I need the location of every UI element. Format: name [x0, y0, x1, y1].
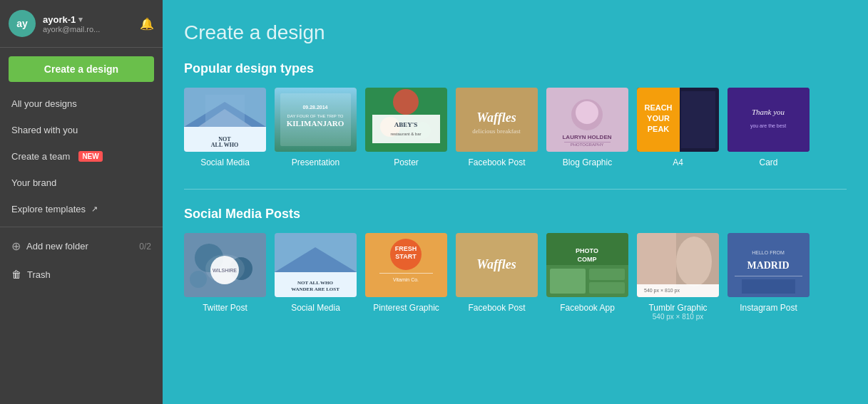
svg-text:PEAK: PEAK	[648, 125, 670, 133]
design-thumb-tumblr-graphic: 540 px × 810 px	[637, 233, 719, 297]
design-label-twitter-post: Twitter Post	[203, 303, 247, 313]
user-info: ayork-1 ▾ ayork@mail.ro...	[43, 14, 133, 33]
svg-text:you are the best: you are the best	[750, 123, 786, 129]
design-thumb-presentation: 09.28.2014 DAY FOUR OF THE TRIP TO KILIM…	[275, 88, 357, 152]
svg-text:YOUR: YOUR	[647, 114, 670, 123]
svg-rect-17	[372, 115, 440, 143]
folder-count: 0/2	[139, 242, 151, 252]
svg-rect-29	[564, 142, 611, 143]
svg-text:MADRID: MADRID	[747, 260, 789, 271]
design-label-social-media: Social Media	[200, 157, 250, 167]
design-thumb-social-media: NOT ALL WHO	[184, 88, 266, 152]
svg-text:LAURYN HOLDEN: LAURYN HOLDEN	[562, 134, 611, 140]
svg-text:540 px × 810 px: 540 px × 810 px	[644, 288, 680, 294]
svg-text:REACH: REACH	[644, 103, 672, 112]
design-item-twitter-post[interactable]: WILSHIRE Twitter Post	[184, 233, 266, 321]
design-thumb-social-media-2: NOT ALL WHO WANDER ARE LOST	[275, 233, 357, 297]
add-new-folder-button[interactable]: ⊕ Add new folder 0/2	[0, 232, 163, 261]
design-thumb-blog-graphic: LAURYN HOLDEN PHOTOGRAPHY	[546, 88, 628, 152]
notification-bell-icon[interactable]: 🔔	[140, 17, 154, 31]
sidebar-header: ay ayork-1 ▾ ayork@mail.ro... 🔔	[0, 0, 163, 48]
dropdown-arrow-icon: ▾	[78, 15, 83, 24]
trash-icon: 🗑	[11, 269, 21, 280]
sidebar-item-all-designs[interactable]: All your designs	[0, 90, 163, 117]
social-media-design-grid: WILSHIRE Twitter Post NOT ALL WHO WANDER…	[184, 233, 847, 321]
svg-text:WILSHIRE: WILSHIRE	[213, 268, 237, 273]
design-thumb-a4: REACH YOUR PEAK	[637, 88, 719, 152]
svg-text:Waffles: Waffles	[476, 110, 516, 125]
design-label-tumblr-graphic: Tumblr Graphic	[648, 303, 707, 313]
design-item-poster[interactable]: ABEY'S restaurant & bar Poster	[365, 88, 447, 167]
create-design-button[interactable]: Create a design	[9, 56, 154, 82]
svg-point-69	[676, 237, 712, 286]
svg-rect-66	[589, 282, 625, 294]
plus-icon: ⊕	[11, 239, 21, 253]
svg-text:PHOTOGRAPHY: PHOTOGRAPHY	[571, 143, 604, 147]
svg-text:Vitamin Co.: Vitamin Co.	[393, 277, 419, 282]
design-item-social-media-2[interactable]: NOT ALL WHO WANDER ARE LOST Social Media	[275, 233, 357, 321]
svg-rect-57	[379, 273, 433, 274]
design-item-instagram-post[interactable]: HELLO FROM MADRID Instagram Post	[727, 233, 810, 321]
svg-rect-76	[735, 276, 802, 276]
svg-rect-77	[742, 279, 795, 294]
svg-text:Waffles: Waffles	[476, 257, 516, 271]
design-label-presentation: Presentation	[292, 157, 339, 167]
design-item-facebook-post[interactable]: Waffles delicious breakfast Facebook Pos…	[456, 88, 538, 167]
design-thumb-poster: ABEY'S restaurant & bar	[365, 88, 447, 152]
design-thumb-facebook-post: Waffles delicious breakfast	[456, 88, 538, 152]
design-item-tumblr-graphic[interactable]: 540 px × 810 px Tumblr Graphic 540 px × …	[637, 233, 719, 321]
design-label-facebook-post-2: Facebook Post	[468, 303, 525, 313]
design-item-facebook-post-2[interactable]: Waffles Facebook Post	[456, 233, 538, 321]
design-label-facebook-post: Facebook Post	[468, 157, 525, 167]
svg-text:START: START	[395, 253, 417, 260]
svg-text:Thank you: Thank you	[752, 108, 785, 116]
design-item-social-media[interactable]: NOT ALL WHO Social Media	[184, 88, 266, 167]
design-label-social-media-2: Social Media	[291, 303, 340, 313]
svg-text:09.28.2014: 09.28.2014	[302, 105, 327, 110]
sidebar-item-trash[interactable]: 🗑 Trash	[0, 261, 163, 288]
nav-divider	[0, 227, 163, 227]
your-brand-label: Your brand	[11, 177, 56, 188]
design-thumb-facebook-post-2: Waffles	[456, 233, 538, 297]
svg-text:COMP: COMP	[578, 256, 597, 263]
design-item-blog-graphic[interactable]: LAURYN HOLDEN PHOTOGRAPHY Blog Graphic	[546, 88, 628, 167]
design-item-presentation[interactable]: 09.28.2014 DAY FOUR OF THE TRIP TO KILIM…	[275, 88, 357, 167]
design-thumb-pinterest-graphic: FRESH START Vitamin Co.	[365, 233, 447, 297]
svg-text:NOT ALL WHO: NOT ALL WHO	[297, 280, 333, 286]
explore-templates-label: Explore templates	[11, 204, 86, 214]
design-item-card[interactable]: Thank you you are the best Card	[727, 88, 810, 167]
new-badge: NEW	[78, 151, 102, 162]
create-team-label: Create a team	[11, 151, 70, 162]
svg-text:FRESH: FRESH	[395, 245, 417, 252]
svg-rect-4	[205, 95, 245, 127]
popular-design-grid: NOT ALL WHO Social Media	[184, 88, 847, 167]
design-thumb-card: Thank you you are the best	[727, 88, 810, 152]
sidebar-item-your-brand[interactable]: Your brand	[0, 170, 163, 196]
design-item-a4[interactable]: REACH YOUR PEAK A4	[637, 88, 719, 167]
svg-text:WANDER ARE LOST: WANDER ARE LOST	[291, 286, 339, 292]
social-media-section-title: Social Media Posts	[184, 207, 847, 222]
sidebar-item-shared[interactable]: Shared with you	[0, 117, 163, 143]
all-designs-label: All your designs	[11, 98, 77, 109]
design-label-poster: Poster	[394, 157, 419, 167]
design-thumb-twitter-post: WILSHIRE	[184, 233, 266, 297]
svg-text:ALL WHO: ALL WHO	[211, 142, 238, 148]
svg-text:ABEY'S: ABEY'S	[394, 121, 418, 128]
design-item-facebook-app[interactable]: PHOTO COMP Facebook App	[546, 233, 628, 321]
svg-text:HELLO FROM: HELLO FROM	[752, 250, 785, 255]
sidebar-item-explore-templates[interactable]: Explore templates ↗	[0, 196, 163, 222]
section-divider	[184, 189, 847, 190]
svg-point-14	[393, 89, 419, 115]
main-content: Create a design Popular design types NOT…	[163, 0, 868, 404]
svg-text:restaurant & bar: restaurant & bar	[390, 132, 421, 136]
sidebar-item-create-team[interactable]: Create a team NEW	[0, 143, 163, 170]
svg-rect-35	[681, 91, 715, 148]
svg-text:DAY FOUR OF THE TRIP TO: DAY FOUR OF THE TRIP TO	[287, 114, 344, 118]
svg-rect-64	[550, 269, 586, 294]
design-label-a4: A4	[673, 157, 683, 167]
svg-point-43	[190, 271, 207, 288]
username[interactable]: ayork-1 ▾	[43, 14, 133, 25]
design-item-pinterest-graphic[interactable]: FRESH START Vitamin Co. Pinterest Graphi…	[365, 233, 447, 321]
svg-point-26	[576, 101, 598, 124]
shared-label: Shared with you	[11, 125, 78, 135]
